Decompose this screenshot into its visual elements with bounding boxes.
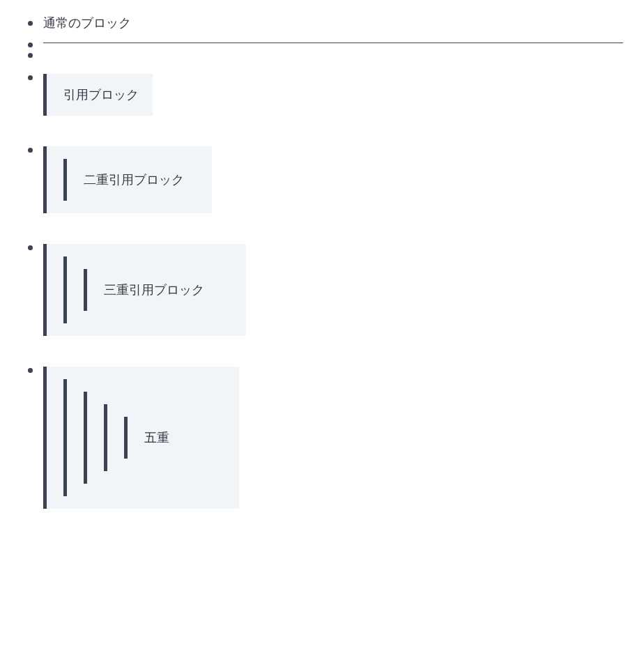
- list-item-blockquote-1: 引用ブロック: [21, 74, 623, 116]
- list-item-blockquote-2: 二重引用ブロック: [21, 146, 623, 213]
- list-item-empty: [21, 53, 623, 60]
- blockquote-level-3: 五重: [84, 392, 211, 484]
- blockquote-level-4: 五重: [104, 404, 197, 471]
- blockquote-text: 引用ブロック: [63, 88, 139, 102]
- blockquote-text: 三重引用ブロック: [104, 283, 204, 297]
- blockquote-level-1: 二重引用ブロック: [43, 146, 212, 213]
- list-item-divider: [21, 43, 623, 43]
- block-list: 通常のブロック 引用ブロック 二重引用ブロック 三重引用ブロック: [21, 14, 623, 509]
- list-item-blockquote-3: 三重引用ブロック: [21, 244, 623, 336]
- blockquote-level-3: 三重引用ブロック: [84, 269, 218, 311]
- blockquote-level-1: 三重引用ブロック: [43, 244, 246, 336]
- list-item-blockquote-5: 五重: [21, 367, 623, 509]
- horizontal-rule: [43, 43, 623, 43]
- blockquote-level-2: 五重: [63, 379, 225, 496]
- list-item-plain: 通常のブロック: [21, 14, 623, 33]
- blockquote-text: 五重: [144, 431, 169, 445]
- blockquote-level-2: 三重引用ブロック: [63, 256, 232, 323]
- blockquote-level-2: 二重引用ブロック: [63, 159, 198, 201]
- blockquote-level-5: 五重: [124, 417, 183, 459]
- blockquote-level-1: 五重: [43, 367, 239, 509]
- blockquote-text: 二重引用ブロック: [84, 173, 184, 187]
- blockquote-level-1: 引用ブロック: [43, 74, 153, 116]
- plain-block-text: 通常のブロック: [43, 16, 131, 30]
